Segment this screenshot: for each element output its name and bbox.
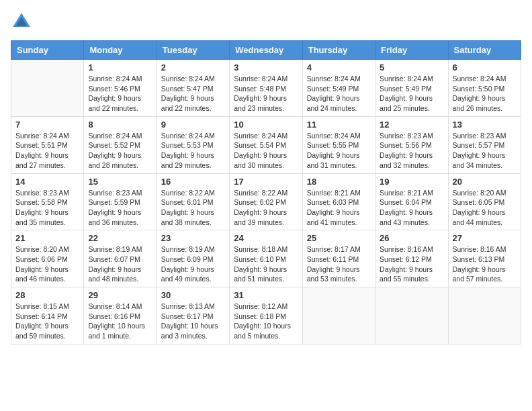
daylight: Daylight: 9 hours and 57 minutes. xyxy=(453,265,506,283)
sunrise: Sunrise: 8:17 AM xyxy=(307,245,361,253)
sunset: Sunset: 5:57 PM xyxy=(453,141,505,149)
daylight: Daylight: 9 hours and 48 minutes. xyxy=(88,265,141,283)
calendar-cell: 27 Sunrise: 8:16 AM Sunset: 6:13 PM Dayl… xyxy=(448,230,521,287)
day-number: 16 xyxy=(161,177,225,187)
day-number: 11 xyxy=(307,120,371,130)
calendar-cell: 14 Sunrise: 8:23 AM Sunset: 5:58 PM Dayl… xyxy=(11,173,84,230)
calendar-cell: 1 Sunrise: 8:24 AM Sunset: 5:46 PM Dayli… xyxy=(84,60,157,117)
sunrise: Sunrise: 8:19 AM xyxy=(88,245,142,253)
header-day-saturday: Saturday xyxy=(448,41,521,60)
day-info: Sunrise: 8:16 AM Sunset: 6:13 PM Dayligh… xyxy=(453,244,517,284)
day-number: 19 xyxy=(380,177,443,187)
day-info: Sunrise: 8:20 AM Sunset: 6:06 PM Dayligh… xyxy=(15,244,79,284)
calendar-cell: 7 Sunrise: 8:24 AM Sunset: 5:51 PM Dayli… xyxy=(11,116,84,173)
sunrise: Sunrise: 8:20 AM xyxy=(453,189,506,197)
calendar-cell xyxy=(302,287,375,345)
calendar-cell: 2 Sunrise: 8:24 AM Sunset: 5:47 PM Dayli… xyxy=(157,60,229,117)
sunset: Sunset: 5:46 PM xyxy=(88,85,140,93)
day-info: Sunrise: 8:22 AM Sunset: 6:02 PM Dayligh… xyxy=(234,188,298,228)
header-day-thursday: Thursday xyxy=(302,41,375,60)
day-info: Sunrise: 8:19 AM Sunset: 6:09 PM Dayligh… xyxy=(161,244,225,284)
daylight: Daylight: 9 hours and 53 minutes. xyxy=(307,265,360,283)
sunrise: Sunrise: 8:13 AM xyxy=(161,302,215,310)
sunrise: Sunrise: 8:21 AM xyxy=(307,189,361,197)
sunrise: Sunrise: 8:16 AM xyxy=(453,245,506,253)
calendar-cell: 29 Sunrise: 8:14 AM Sunset: 6:16 PM Dayl… xyxy=(84,287,157,345)
sunset: Sunset: 5:53 PM xyxy=(161,141,214,149)
daylight: Daylight: 9 hours and 51 minutes. xyxy=(234,265,287,283)
sunrise: Sunrise: 8:24 AM xyxy=(161,75,215,83)
sunrise: Sunrise: 8:24 AM xyxy=(15,132,69,140)
day-number: 27 xyxy=(453,233,517,243)
sunrise: Sunrise: 8:24 AM xyxy=(307,75,361,83)
daylight: Daylight: 10 hours and 5 minutes. xyxy=(234,322,291,340)
sunset: Sunset: 6:09 PM xyxy=(161,255,214,263)
daylight: Daylight: 10 hours and 3 minutes. xyxy=(161,322,218,340)
daylight: Daylight: 9 hours and 41 minutes. xyxy=(307,208,360,226)
day-number: 17 xyxy=(234,177,298,187)
sunset: Sunset: 6:14 PM xyxy=(15,312,68,320)
sunset: Sunset: 6:13 PM xyxy=(453,255,505,263)
calendar-cell: 13 Sunrise: 8:23 AM Sunset: 5:57 PM Dayl… xyxy=(448,116,521,173)
daylight: Daylight: 9 hours and 27 minutes. xyxy=(15,151,69,169)
daylight: Daylight: 10 hours and 1 minute. xyxy=(88,322,145,340)
day-number: 22 xyxy=(88,233,152,243)
sunrise: Sunrise: 8:23 AM xyxy=(88,189,142,197)
sunset: Sunset: 6:11 PM xyxy=(307,255,359,263)
calendar-cell xyxy=(448,287,521,345)
day-number: 25 xyxy=(307,233,371,243)
calendar-cell: 23 Sunrise: 8:19 AM Sunset: 6:09 PM Dayl… xyxy=(157,230,229,287)
sunset: Sunset: 6:02 PM xyxy=(234,198,286,206)
daylight: Daylight: 9 hours and 39 minutes. xyxy=(234,208,287,226)
sunset: Sunset: 6:01 PM xyxy=(161,198,214,206)
day-number: 10 xyxy=(234,120,298,130)
sunset: Sunset: 6:16 PM xyxy=(88,312,140,320)
day-info: Sunrise: 8:24 AM Sunset: 5:46 PM Dayligh… xyxy=(88,74,152,113)
sunset: Sunset: 5:49 PM xyxy=(380,85,432,93)
sunset: Sunset: 5:56 PM xyxy=(380,141,432,149)
calendar-cell: 24 Sunrise: 8:18 AM Sunset: 6:10 PM Dayl… xyxy=(230,230,302,287)
day-info: Sunrise: 8:23 AM Sunset: 5:59 PM Dayligh… xyxy=(88,188,152,228)
day-info: Sunrise: 8:23 AM Sunset: 5:57 PM Dayligh… xyxy=(453,131,517,171)
header-day-wednesday: Wednesday xyxy=(230,41,302,60)
sunrise: Sunrise: 8:15 AM xyxy=(15,302,69,310)
day-info: Sunrise: 8:22 AM Sunset: 6:01 PM Dayligh… xyxy=(161,188,225,228)
calendar-cell: 26 Sunrise: 8:16 AM Sunset: 6:12 PM Dayl… xyxy=(375,230,448,287)
day-info: Sunrise: 8:17 AM Sunset: 6:11 PM Dayligh… xyxy=(307,244,371,284)
sunrise: Sunrise: 8:18 AM xyxy=(234,245,287,253)
day-info: Sunrise: 8:21 AM Sunset: 6:04 PM Dayligh… xyxy=(380,188,443,228)
calendar-week-row: 14 Sunrise: 8:23 AM Sunset: 5:58 PM Dayl… xyxy=(11,173,521,230)
calendar-week-row: 7 Sunrise: 8:24 AM Sunset: 5:51 PM Dayli… xyxy=(11,116,521,173)
sunset: Sunset: 5:48 PM xyxy=(234,85,286,93)
calendar-cell: 22 Sunrise: 8:19 AM Sunset: 6:07 PM Dayl… xyxy=(84,230,157,287)
sunrise: Sunrise: 8:16 AM xyxy=(380,245,433,253)
sunset: Sunset: 5:54 PM xyxy=(234,141,286,149)
day-number: 23 xyxy=(161,233,225,243)
day-number: 18 xyxy=(307,177,371,187)
daylight: Daylight: 9 hours and 25 minutes. xyxy=(380,94,433,112)
sunset: Sunset: 6:18 PM xyxy=(234,312,286,320)
calendar-cell: 10 Sunrise: 8:24 AM Sunset: 5:54 PM Dayl… xyxy=(230,116,302,173)
sunrise: Sunrise: 8:12 AM xyxy=(234,302,287,310)
calendar-cell xyxy=(375,287,448,345)
day-number: 30 xyxy=(161,290,225,300)
daylight: Daylight: 9 hours and 55 minutes. xyxy=(380,265,433,283)
day-info: Sunrise: 8:24 AM Sunset: 5:48 PM Dayligh… xyxy=(234,74,298,113)
daylight: Daylight: 9 hours and 59 minutes. xyxy=(15,322,69,340)
sunset: Sunset: 5:59 PM xyxy=(88,198,140,206)
header-day-tuesday: Tuesday xyxy=(157,41,229,60)
sunrise: Sunrise: 8:24 AM xyxy=(380,75,433,83)
day-number: 15 xyxy=(88,177,152,187)
day-info: Sunrise: 8:24 AM Sunset: 5:47 PM Dayligh… xyxy=(161,74,225,113)
calendar-cell: 15 Sunrise: 8:23 AM Sunset: 5:59 PM Dayl… xyxy=(84,173,157,230)
day-info: Sunrise: 8:19 AM Sunset: 6:07 PM Dayligh… xyxy=(88,244,152,284)
calendar-cell: 30 Sunrise: 8:13 AM Sunset: 6:17 PM Dayl… xyxy=(157,287,229,345)
calendar-cell xyxy=(11,60,84,117)
sunrise: Sunrise: 8:22 AM xyxy=(161,189,215,197)
daylight: Daylight: 9 hours and 44 minutes. xyxy=(453,208,506,226)
sunset: Sunset: 5:52 PM xyxy=(88,141,140,149)
sunrise: Sunrise: 8:22 AM xyxy=(234,189,287,197)
day-info: Sunrise: 8:20 AM Sunset: 6:05 PM Dayligh… xyxy=(453,188,517,228)
sunrise: Sunrise: 8:24 AM xyxy=(453,75,506,83)
header-day-monday: Monday xyxy=(84,41,157,60)
